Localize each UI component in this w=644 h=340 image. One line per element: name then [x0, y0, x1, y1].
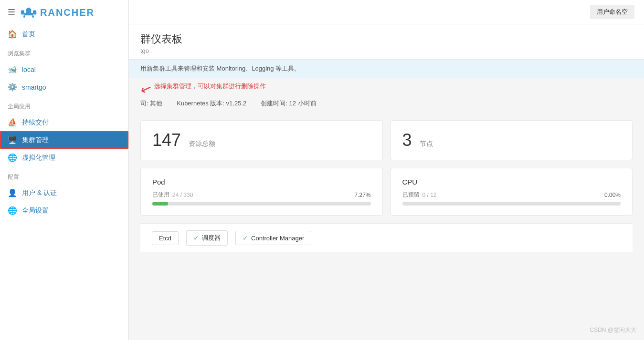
pod-title: Pod [152, 178, 371, 186]
red-arrow-icon: ↙ [138, 81, 153, 97]
status-bar-wrapper: Etcd ✓ 调度器 ✓ Controller Manager [129, 223, 644, 260]
main-content: 用户命名空 群仪表板 tgo 用新集群工具来管理和安装 Monitoring、L… [129, 0, 644, 340]
info-banner: 用新集群工具来管理和安装 Monitoring、Logging 等工具。 [129, 60, 644, 78]
cpu-usage-row: 已预留 0 / 12 0.00% [402, 191, 621, 199]
cluster-smartgo-icon: ⚙️ [8, 82, 17, 92]
cluster-meta: 司: 其他 Kubernetes 版本: v1.25.2 创建时间: 12 小时… [129, 97, 644, 113]
status-controller: ✓ Controller Manager [235, 231, 311, 245]
users-icon: 👤 [8, 188, 17, 197]
status-scheduler: ✓ 调度器 [186, 230, 228, 246]
sidebar-item-cicd[interactable]: ⛵ 持续交付 [0, 113, 128, 131]
stats-grid: 147 资源总额 3 节点 [129, 113, 644, 168]
sidebar-item-users[interactable]: 👤 用户 & 认证 [0, 184, 128, 202]
rancher-logo-text: RANCHER [40, 7, 95, 18]
resource-grid: Pod 已使用 24 / 330 7.27% CPU 已预留 0 / 12 0.… [129, 168, 644, 223]
home-label: 首页 [22, 30, 35, 39]
status-etcd: Etcd [152, 231, 179, 245]
pod-usage-row: 已使用 24 / 330 7.27% [152, 191, 371, 199]
sidebar-item-smartgo[interactable]: ⚙️ smartgo [0, 78, 128, 96]
global-settings-label: 全局设置 [22, 206, 49, 215]
stat-nodes-header: 3 节点 [402, 130, 621, 150]
pod-progress-fill [152, 202, 168, 206]
controller-label: Controller Manager [251, 235, 304, 242]
page-title: 群仪表板 [140, 32, 633, 46]
svg-rect-6 [32, 15, 34, 18]
svg-rect-2 [33, 10, 36, 15]
hamburger-icon[interactable]: ☰ [8, 7, 15, 18]
stat-resources-count: 147 [152, 130, 181, 150]
svg-point-4 [27, 8, 30, 11]
pod-card: Pod 已使用 24 / 330 7.27% [140, 168, 383, 216]
sidebar-item-global-settings[interactable]: 🌐 全局设置 [0, 202, 128, 219]
cpu-fraction: 0 / 12 [422, 192, 437, 198]
cluster-local-label: local [22, 66, 36, 73]
cicd-label: 持续交付 [22, 118, 49, 127]
page-subtitle: tgo [140, 47, 633, 54]
scheduler-check-icon: ✓ [193, 234, 199, 242]
etcd-label: Etcd [159, 235, 171, 242]
page-title-area: 群仪表板 tgo [129, 24, 644, 60]
sidebar: ☰ RANCHER 🏠 首页 浏览集群 🐋 local ⚙️ smartgo 全… [0, 0, 129, 340]
cluster-local-icon: 🐋 [8, 65, 17, 74]
sidebar-item-virt[interactable]: 🌐 虚拟化管理 [0, 149, 128, 166]
cluster-mgmt-label: 集群管理 [22, 136, 49, 144]
virt-icon: 🌐 [8, 153, 17, 162]
stat-card-nodes: 3 节点 [391, 120, 633, 160]
section-browse-label: 浏览集群 [0, 43, 128, 61]
stat-nodes-count: 3 [402, 130, 412, 150]
pod-percent: 7.27% [354, 192, 370, 198]
cpu-card: CPU 已预留 0 / 12 0.00% [391, 168, 633, 216]
users-label: 用户 & 认证 [22, 189, 57, 197]
topbar: 用户命名空 [129, 0, 644, 24]
stat-resources-header: 147 资源总额 [152, 130, 371, 150]
rancher-logo-icon [20, 7, 37, 18]
scheduler-label: 调度器 [202, 234, 221, 242]
global-settings-icon: 🌐 [8, 206, 17, 215]
section-global-apps-label: 全局应用 [0, 96, 128, 113]
stat-card-resources: 147 资源总额 [140, 120, 383, 160]
cluster-mgmt-icon: 🖥️ [8, 135, 17, 144]
section-config-label: 配置 [0, 166, 128, 184]
annotation-text: 选择集群管理，可以对集群进行删除操作 [154, 82, 266, 91]
virt-label: 虚拟化管理 [22, 154, 55, 162]
status-bar: Etcd ✓ 调度器 ✓ Controller Manager [140, 223, 633, 252]
cpu-percent: 0.00% [604, 192, 621, 198]
logo: RANCHER [20, 7, 95, 18]
user-menu-button[interactable]: 用户命名空 [590, 5, 634, 19]
meta-k8s: Kubernetes 版本: v1.25.2 [177, 99, 246, 108]
arrow-annotation: ↙ 选择集群管理，可以对集群进行删除操作 [140, 78, 633, 97]
annotation-area: ↙ 选择集群管理，可以对集群进行删除操作 [129, 78, 644, 97]
cpu-progress-bg [402, 202, 621, 206]
pod-usage-label: 已使用 [152, 191, 169, 199]
sidebar-item-cluster-mgmt[interactable]: 🖥️ 集群管理 [0, 131, 128, 149]
meta-created: 创建时间: 12 小时前 [261, 99, 316, 108]
cicd-icon: ⛵ [8, 118, 17, 127]
svg-rect-5 [23, 15, 25, 18]
svg-rect-3 [24, 13, 33, 15]
meta-type: 司: 其他 [140, 99, 162, 108]
watermark: CSDN @慧闲大大 [590, 326, 636, 334]
pod-fraction: 24 / 330 [172, 192, 193, 198]
stat-nodes-label: 节点 [420, 140, 433, 148]
cluster-smartgo-label: smartgo [22, 83, 46, 91]
sidebar-item-local[interactable]: 🐋 local [0, 61, 128, 78]
sidebar-header: ☰ RANCHER [0, 0, 128, 25]
cpu-usage-label: 已预留 [402, 191, 420, 199]
pod-progress-bg [152, 202, 371, 206]
stat-resources-label: 资源总额 [189, 140, 215, 148]
svg-rect-0 [21, 10, 24, 15]
home-icon: 🏠 [8, 30, 17, 39]
cpu-title: CPU [402, 178, 621, 186]
page-content: 群仪表板 tgo 用新集群工具来管理和安装 Monitoring、Logging… [129, 24, 644, 340]
sidebar-item-home[interactable]: 🏠 首页 [0, 25, 128, 43]
controller-check-icon: ✓ [243, 234, 248, 242]
